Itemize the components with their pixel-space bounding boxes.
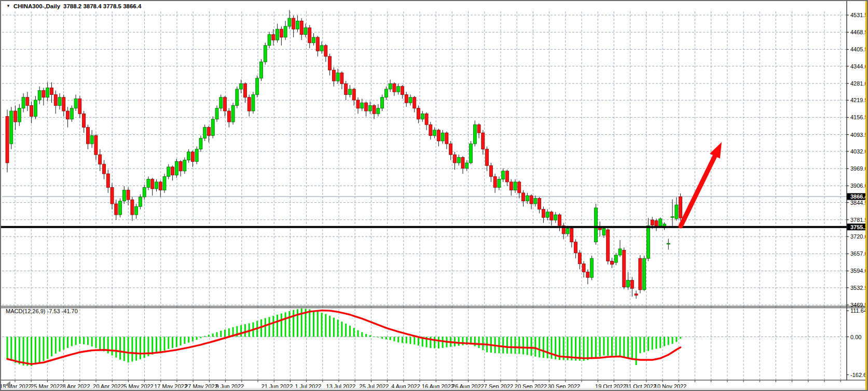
candle-body [493,176,497,187]
candle-body [139,197,142,206]
candle-body [627,280,630,287]
candle-body [397,87,400,92]
candle-body [453,155,456,163]
candle-body [288,18,291,26]
candle-body [643,258,646,290]
candle-body [514,182,517,190]
candle-body [58,97,61,106]
candle-body [304,27,307,34]
candle-body [671,217,674,218]
candle-body [505,171,508,182]
candle-body [316,37,319,51]
candle-body [231,105,235,122]
candle-body [489,165,492,176]
candle-body [509,182,513,190]
candle-body [667,243,670,244]
candle-body [465,163,469,169]
candle-body [62,97,65,111]
trend-arrow-head[interactable] [710,142,722,159]
candle-body [646,226,650,258]
candle-body [312,37,315,43]
candle-body [78,99,81,114]
candle-body [280,29,283,37]
time-axis[interactable] [1,380,847,391]
candle-body [635,294,638,296]
candle-body [320,46,323,51]
candle-body [252,94,255,111]
candle-body [46,88,49,97]
candle-body [586,272,589,278]
candle-body [30,105,33,116]
candle-body [243,83,246,97]
candle-body [518,182,521,193]
candle-body [602,228,605,235]
candle-body [155,182,158,189]
candle-body [405,94,408,103]
candle-body [292,18,295,29]
chart-canvas[interactable]: 4531.54468.54405.54344.04281.04219.54156… [1,1,868,391]
candle-body [441,133,444,141]
candle-body [345,83,348,94]
candle-body [417,108,420,119]
window-active-edge [865,1,867,390]
candle-body [554,215,557,220]
candle-body [352,89,355,100]
candle-body [409,97,412,103]
candle-body [127,190,130,200]
candle-body [260,62,263,78]
symbol-dropdown-icon[interactable]: ▼ [6,4,10,9]
candle-body [389,83,392,89]
candle-body [284,26,287,37]
candle-body [268,35,271,46]
candle-body [50,88,53,94]
trend-arrow-shaft[interactable] [681,156,715,226]
candle-body [368,105,371,111]
candle-body [147,179,150,188]
candle-body [199,138,202,149]
candle-body [457,157,460,163]
candle-body [530,196,533,204]
candle-body [558,215,561,226]
candle-body [413,97,416,108]
candle-body [486,149,489,166]
candle-body [546,212,549,218]
chart-title-symbol: CHINA300-,Daily [13,3,60,9]
candle-body [208,128,211,136]
candle-body [276,29,279,40]
candle-body [94,135,98,155]
candle-body [163,176,166,190]
candle-body [18,108,21,122]
candle-body [131,200,134,215]
candle-body [66,111,70,119]
candle-body [639,258,642,290]
candle-body [425,114,428,124]
candle-body [34,100,37,117]
candle-body [623,250,626,287]
candle-body [659,219,662,226]
candle-body [630,280,633,288]
candle-body [437,130,440,141]
candle-body [328,57,332,70]
candle-body [227,111,230,122]
candle-body [86,128,89,144]
candle-body [429,124,432,135]
candle-body [421,114,424,119]
candle-body [54,94,57,105]
candle-body [22,97,25,108]
candle-body [122,190,126,201]
candle-body [590,258,594,277]
candle-body [179,161,182,171]
chart-window: ▼ CHINA300-,Daily 3788.2 3878.4 3778.5 3… [0,0,868,391]
candle-body [538,198,541,209]
candle-body [433,130,436,136]
candle-body [256,78,259,95]
candle-body [481,133,485,149]
candle-body [594,208,597,242]
candle-body [526,196,529,201]
price-axis[interactable] [847,1,868,380]
candle-body [550,212,553,220]
candle-body [381,97,384,108]
candle-body [361,103,364,108]
candle-body [171,167,174,175]
candle-body [651,220,654,225]
